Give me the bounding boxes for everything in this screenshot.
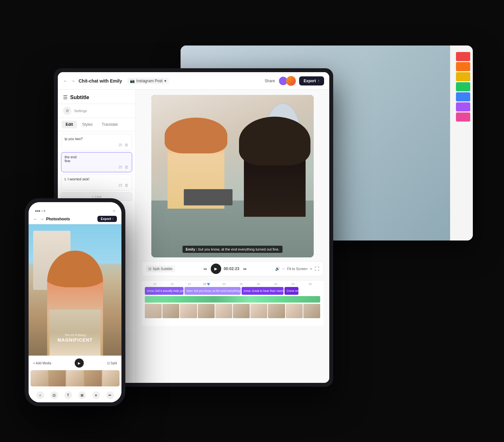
phone-video-area: The Art of Being MAGNIFICENT xyxy=(29,224,121,356)
entry-text-3: t. I worried sick! xyxy=(65,177,129,181)
settings-label: Settings xyxy=(74,109,87,113)
platform-chevron: ▾ xyxy=(164,79,166,83)
play-button[interactable]: ▶ xyxy=(211,264,221,274)
phone-export-icon: ↑ xyxy=(112,217,114,221)
clip-3[interactable]: Anna: Great to hear that I worried sick! xyxy=(242,287,284,295)
clip-4[interactable]: Come one! xyxy=(284,287,298,295)
phone-icon-6[interactable]: ✏ xyxy=(106,391,114,399)
add-media-button[interactable]: + Add Media xyxy=(33,361,51,365)
minus-button[interactable]: − xyxy=(283,267,284,271)
volume-icon[interactable]: 🔊 xyxy=(275,266,280,271)
mark-25: 25 xyxy=(198,282,215,286)
subtitle-entry-2[interactable]: the endfine 25 🗑 xyxy=(61,152,132,172)
fit-to-screen-button[interactable]: Fit to Screen xyxy=(287,267,307,271)
clip-1[interactable]: Anna: Did it actually help you two? xyxy=(145,287,183,295)
mark-50: 50 xyxy=(284,282,302,286)
plus-button[interactable]: + xyxy=(310,267,312,271)
fullscreen-button[interactable]: ⛶ xyxy=(315,266,319,271)
avatar-2 xyxy=(286,76,296,86)
export-label: Export xyxy=(304,79,316,83)
phone-export-button[interactable]: Export ↑ xyxy=(97,216,117,222)
export-button[interactable]: Export ↑ xyxy=(299,76,324,85)
timeline: 10 15 20 25 30 35 40 45 50 60 xyxy=(142,280,323,326)
thumb-9 xyxy=(286,304,303,318)
phone-thumb-2 xyxy=(48,370,66,386)
thumbnail-strip xyxy=(145,304,320,318)
phone-thumb-1 xyxy=(31,370,48,386)
share-label[interactable]: Share xyxy=(265,79,275,83)
mark-60: 60 xyxy=(302,282,319,286)
phone-icon-1[interactable]: ○ xyxy=(36,391,44,399)
phone-icon-4[interactable]: ⊞ xyxy=(78,391,86,399)
menu-icon[interactable]: ☰ xyxy=(63,94,68,100)
phone-device: ●●● ○ ≈ □ ← → Photoshoots Export ↑ xyxy=(25,198,125,406)
phone-thumb-3 xyxy=(66,370,83,386)
thumb-3 xyxy=(180,304,197,318)
subtitle-entry-3[interactable]: t. I worried sick! 23 🗑 xyxy=(61,174,132,190)
clip-2[interactable]: Stan: but you know, at the end everythin… xyxy=(184,287,241,295)
subtitle-entry-1[interactable]: lp you two? 25 🗑 xyxy=(61,134,132,150)
delete-1[interactable]: 🗑 xyxy=(125,143,129,147)
thumb-8 xyxy=(268,304,285,318)
bar-purple xyxy=(456,102,470,111)
delete-2[interactable]: 🗑 xyxy=(125,165,129,169)
tab-edit[interactable]: Edit xyxy=(62,121,77,128)
tab-translate[interactable]: Translate xyxy=(98,121,122,128)
split-bracket-icon: ⊡ xyxy=(107,361,110,365)
back-icon[interactable]: ← xyxy=(63,78,68,84)
skip-back-button[interactable]: ⏮ xyxy=(202,266,208,271)
thumb-6 xyxy=(233,304,250,318)
bar-blue xyxy=(456,92,470,101)
forward-icon[interactable]: → xyxy=(71,78,75,84)
person-left-hair xyxy=(165,118,227,153)
phone-redo-icon[interactable]: → xyxy=(40,216,44,222)
video-area: Emily : but you know, at the end everyth… xyxy=(136,90,329,383)
audio-waveform xyxy=(145,296,320,303)
bar-orange xyxy=(456,62,470,71)
phone-icon-5[interactable]: ≡ xyxy=(92,391,100,399)
bar-red xyxy=(456,52,470,61)
person-right-hair xyxy=(239,117,310,165)
subtitle-panel-header: ☰ Subtitle xyxy=(58,90,135,104)
split-subtitle-button[interactable]: ⊡ Split Subtitle xyxy=(146,266,175,272)
tablet-header: ← → Chit-chat with Emily 📷 Instagram Pos… xyxy=(58,72,329,90)
phone-play-button[interactable]: ▶ xyxy=(75,358,84,368)
person-right xyxy=(244,119,306,217)
bar-green xyxy=(456,82,470,91)
entry-footer-2: 25 🗑 xyxy=(65,165,129,169)
phone-icon-bar: ○ ⊡ T ⊞ ≡ ✏ xyxy=(29,388,121,402)
settings-icon[interactable]: ⚙ xyxy=(63,107,71,115)
phone-bottom-bar: + Add Media ▶ ⊡ Split ○ xyxy=(29,356,121,402)
entry-footer-3: 23 🗑 xyxy=(65,183,129,188)
phone-split-button[interactable]: ⊡ Split xyxy=(107,361,117,365)
platform-label: Instagram Post xyxy=(136,79,163,83)
phone-export-label: Export xyxy=(101,217,111,221)
fit-label: Fit to Screen xyxy=(287,267,307,271)
project-title: Chit-chat with Emily xyxy=(79,78,122,84)
char-count-2: 25 xyxy=(119,165,122,169)
entry-text-2: the endfine xyxy=(65,155,129,163)
char-count-1: 25 xyxy=(119,143,122,147)
avatar-group xyxy=(278,76,296,86)
platform-badge[interactable]: 📷 Instagram Post ▾ xyxy=(127,78,169,84)
laptop-color-bars xyxy=(453,46,473,240)
skip-forward-button[interactable]: ⏭ xyxy=(242,266,248,271)
subtitle-overlay: Emily : but you know, at the end everyth… xyxy=(151,246,314,253)
phone-icon-3[interactable]: T xyxy=(64,391,72,399)
subtitle-panel-title: Subtitle xyxy=(70,95,89,100)
thumb-1 xyxy=(145,304,162,318)
instagram-icon: 📷 xyxy=(130,79,135,83)
tab-styles[interactable]: Styles xyxy=(78,121,97,128)
phone-subtitle-main: MAGNIFICENT xyxy=(29,337,121,343)
delete-3[interactable]: 🗑 xyxy=(125,183,129,188)
woman-hair xyxy=(47,251,103,287)
export-icon: ↑ xyxy=(318,79,320,83)
thumb-5 xyxy=(215,304,232,318)
mark-45: 45 xyxy=(267,282,284,286)
entry-text-1: lp you two? xyxy=(65,137,129,141)
phone-undo-icon[interactable]: ← xyxy=(33,216,38,222)
settings-row: ⚙ Settings xyxy=(58,104,135,118)
thumb-2 xyxy=(162,304,179,318)
phone-icon-2[interactable]: ⊡ xyxy=(50,391,58,399)
phone-subtitle-top: The Art of Being xyxy=(29,333,121,337)
